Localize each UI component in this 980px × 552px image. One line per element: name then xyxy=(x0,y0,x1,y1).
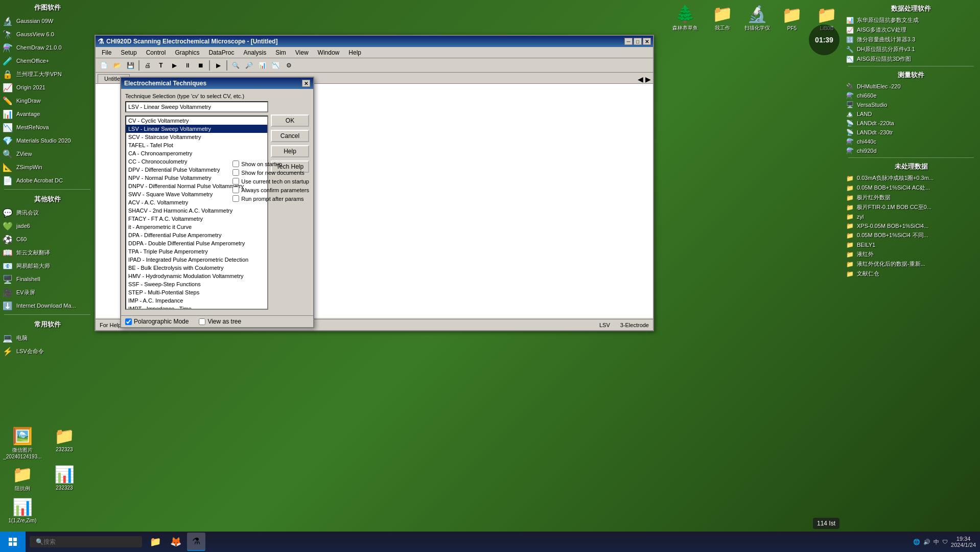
sidebar-item-zview[interactable]: 🔍 ZView xyxy=(0,147,95,160)
always-confirm-checkbox[interactable]: Always confirm parameters xyxy=(232,187,309,193)
use-current-tech-checkbox[interactable]: Use current tech on startup xyxy=(232,178,309,185)
sidebar-item-c60[interactable]: ⚽ C60 xyxy=(0,233,95,246)
right-item-donghua[interactable]: 📊 东华原位阻抗参数文生成 xyxy=(844,15,978,25)
list-item-ca[interactable]: CA - Chronoamperometry xyxy=(126,149,267,157)
right-item-chi660e[interactable]: ⚗️ chi660e xyxy=(844,91,978,100)
desktop-folder-scanner[interactable]: 🔬 扫描化学仪 xyxy=(742,2,773,34)
start-button[interactable] xyxy=(0,532,26,552)
right-folder-beily1[interactable]: 📁 BEILY1 xyxy=(844,240,978,249)
view-as-tree-input[interactable] xyxy=(199,318,205,325)
list-item-imp[interactable]: IMP - A.C. Impedance xyxy=(126,296,267,305)
right-item-landdt-230[interactable]: 📡 LANDdt -230tr xyxy=(844,128,978,137)
sidebar-item-gaussview[interactable]: 🔭 GaussView 6.0 xyxy=(0,28,95,41)
list-item-ddpa[interactable]: DDPA - Double Differential Pulse Amperom… xyxy=(126,239,267,247)
sidebar-item-lsv[interactable]: ⚡ LSV会命令 xyxy=(0,344,95,358)
sidebar-item-translate[interactable]: 📖 矩云文献翻译 xyxy=(0,246,95,259)
show-startup-checkbox[interactable]: Show on startup xyxy=(232,160,309,167)
right-item-dhmultielec[interactable]: 🔌 DHMultiElec -220 xyxy=(844,82,978,91)
list-item-it[interactable]: it - Amperometric it Curve xyxy=(126,223,267,231)
help-button[interactable]: Help xyxy=(271,145,309,157)
right-folder-0.05m-bob2[interactable]: 📁 0.05M BOB+1%SiCl4 不同... xyxy=(844,231,978,240)
right-folder-xps[interactable]: 📁 XPS-0.05M BOB+1%SiCl4... xyxy=(844,221,978,231)
technique-input[interactable] xyxy=(125,101,268,112)
sidebar-item-mestrenova[interactable]: 📉 MestReNova xyxy=(0,121,95,134)
list-item-shacv[interactable]: SHACV - 2nd Harmonic A.C. Voltammetry xyxy=(126,206,267,215)
sidebar-item-zsimpwin[interactable]: 📐 ZSimpWin xyxy=(0,160,95,174)
always-confirm-input[interactable] xyxy=(232,187,239,193)
right-item-chi920d[interactable]: ⚗️ chi920d xyxy=(844,146,978,155)
right-item-dh-impedance[interactable]: 🔧 DH原位阻抗分原件v3.1 xyxy=(844,44,978,54)
right-item-aisg-cv[interactable]: 📈 AISG多道次CV处理 xyxy=(844,25,978,35)
list-item-ipad[interactable]: IPAD - Integrated Pulse Amperometric Det… xyxy=(126,256,267,264)
list-item-be[interactable]: BE - Bulk Electrolysis with Coulometry xyxy=(126,264,267,272)
list-item-scv[interactable]: SCV - Staircase Voltammetry xyxy=(126,133,267,141)
right-folder-ftir[interactable]: 📁 极片FTIR-0.1M BOB CC至0... xyxy=(844,202,978,212)
sidebar-item-jade6[interactable]: 💚 jade6 xyxy=(0,219,95,233)
desktop-folder-work[interactable]: 📁 我工作 xyxy=(707,2,738,34)
right-item-chi440c[interactable]: ⚗️ chi440c xyxy=(844,137,978,146)
view-as-tree-checkbox[interactable]: View as tree xyxy=(199,318,241,325)
run-prompt-checkbox[interactable]: Run prompt after params xyxy=(232,195,309,202)
list-item-cv[interactable]: CV - Cyclic Voltammetry xyxy=(126,117,267,125)
list-item-tpa[interactable]: TPA - Triple Pulse Amperometry xyxy=(126,247,267,256)
right-folder-0.03ma[interactable]: 📁 0.03mA负脉冲成核1圈+0.3m... xyxy=(844,173,978,183)
polarographic-mode-input[interactable] xyxy=(125,318,132,325)
right-item-landdt-220[interactable]: 📡 LANDdt -220ta xyxy=(844,119,978,128)
run-prompt-input[interactable] xyxy=(232,195,239,202)
list-item-hmv[interactable]: HMV - Hydrodynamic Modulation Voltammetr… xyxy=(126,272,267,280)
use-current-tech-input[interactable] xyxy=(232,178,239,185)
sidebar-item-tencent-meeting[interactable]: 💬 腾讯会议 xyxy=(0,206,95,219)
show-new-docs-input[interactable] xyxy=(232,169,239,176)
taskbar-chi920d-app[interactable]: ⚗ xyxy=(187,533,205,551)
sidebar-item-chemoffice[interactable]: 🧪 ChemOffice+ xyxy=(0,54,95,67)
list-item-dpa[interactable]: DPA - Differential Pulse Amperometry xyxy=(126,231,267,239)
right-folder-wenxian[interactable]: 📁 文献仁仓 xyxy=(844,269,978,279)
desktop-icon-1zre[interactable]: 📊 1(1,Zre,Zim) xyxy=(2,495,43,525)
right-folder-0.05m-bob[interactable]: 📁 0.05M BOB+1%SiCl4 AC处... xyxy=(844,183,978,193)
list-item-ssf[interactable]: SSF - Sweep-Step Functions xyxy=(126,280,267,288)
right-item-versastudio[interactable]: 🖥️ VersaStudio xyxy=(844,100,978,109)
cancel-button[interactable]: Cancel xyxy=(271,130,309,142)
right-folder-ir[interactable]: 📁 极片红外数据 xyxy=(844,193,978,202)
right-item-aisg-3d[interactable]: 📉 AISG原位阻抗3D作图 xyxy=(844,54,978,64)
sidebar-item-finalshell[interactable]: 🖥️ Finalshell xyxy=(0,272,95,286)
taskbar-file-explorer[interactable]: 📁 xyxy=(146,533,165,551)
desktop-icon-wechat-photo[interactable]: 🖼️ 微信图片_20240124193... xyxy=(2,424,43,462)
show-startup-input[interactable] xyxy=(232,160,239,167)
list-item-step[interactable]: STEP - Multi-Potential Steps xyxy=(126,288,267,296)
sidebar-item-vpn[interactable]: 🔒 兰州理工大学VPN xyxy=(0,67,95,81)
show-new-docs-checkbox[interactable]: Show for new documents xyxy=(232,169,309,176)
list-item-impt[interactable]: IMPT - Impedance - Time xyxy=(126,305,267,310)
desktop-folder-forest[interactable]: 🌲 森林养草鱼 xyxy=(667,2,703,34)
desktop-icon-impedance[interactable]: 📁 阻抗例 xyxy=(2,463,43,494)
dialog-close-button[interactable]: ✕ xyxy=(302,80,310,87)
desktop-icon-folder-232323[interactable]: 📁 232323 xyxy=(44,424,85,462)
desktop-icon-232323b[interactable]: 📊 232323 xyxy=(44,463,85,494)
sidebar-item-computer[interactable]: 💻 电脑 xyxy=(0,331,95,344)
taskbar-search[interactable]: 🔍 xyxy=(30,536,142,547)
sidebar-item-acrobat[interactable]: 📄 Adobe Acrobat DC xyxy=(0,174,95,187)
ok-button[interactable]: OK xyxy=(271,114,309,127)
sidebar-item-chemdraw[interactable]: ⚗️ ChemDraw 21.0.0 xyxy=(0,41,95,54)
right-folder-zyl[interactable]: 📁 zyl xyxy=(844,212,978,221)
polarographic-mode-checkbox[interactable]: Polarographic Mode xyxy=(125,318,189,325)
sidebar-item-gaussian[interactable]: 🔬 Gaussian 09W xyxy=(0,14,95,28)
desktop-folder-pf5[interactable]: 📁 PF5 xyxy=(777,3,807,33)
list-item-lsv[interactable]: LSV - Linear Sweep Voltammetry xyxy=(126,125,267,133)
sidebar-item-kingdraw[interactable]: ✏️ KingDraw xyxy=(0,94,95,107)
list-item-tafel[interactable]: TAFEL - Tafel Plot xyxy=(126,141,267,149)
sidebar-item-idm[interactable]: ⬇️ Internet Download Ma... xyxy=(0,299,95,312)
sidebar-item-materials-studio[interactable]: 💎 Materials Studio 2020 xyxy=(0,134,95,147)
right-folder-liquid-ir[interactable]: 📁 液红外 xyxy=(844,249,978,259)
sidebar-item-avantage[interactable]: 📊 Avantage xyxy=(0,107,95,121)
search-input[interactable] xyxy=(43,538,120,545)
sidebar-item-origin[interactable]: 📈 Origin 2021 xyxy=(0,81,95,94)
list-item-ftacy[interactable]: FTACY - FT A.C. Voltammetry xyxy=(126,215,267,223)
technique-listbox[interactable]: CV - Cyclic Voltammetry LSV - Linear Swe… xyxy=(125,116,268,310)
sidebar-item-ev-recorder[interactable]: 🎥 EV录屏 xyxy=(0,286,95,299)
right-item-differential[interactable]: 🔢 微分容量曲线计算器3.3 xyxy=(844,35,978,44)
sidebar-item-netease-mail[interactable]: 📧 网易邮箱大师 xyxy=(0,259,95,272)
taskbar-firefox[interactable]: 🦊 xyxy=(167,533,185,551)
right-item-land[interactable]: 🏔️ LAND xyxy=(844,109,978,119)
right-folder-liquid-ir-opt[interactable]: 📁 液红外优化后的数据-重新... xyxy=(844,259,978,269)
